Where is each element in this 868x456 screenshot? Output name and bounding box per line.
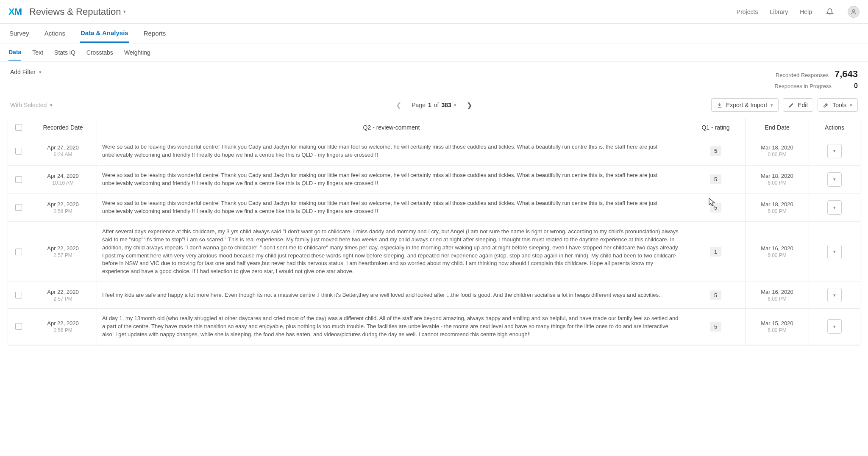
row-checkbox[interactable] [15, 249, 22, 255]
subtab-weighting[interactable]: Weighting [124, 46, 150, 60]
chevron-down-icon: ▾ [833, 205, 836, 210]
profile-avatar[interactable] [848, 6, 860, 18]
chevron-down-icon: ▾ [771, 102, 773, 108]
row-actions-button[interactable]: ▾ [827, 144, 842, 158]
edit-label: Edit [798, 102, 808, 108]
row-checkbox[interactable] [15, 176, 22, 183]
table-row: Apr 22, 20202:57 PMI feel my kids are sa… [8, 282, 860, 309]
top-links: Projects Library Help [737, 6, 860, 18]
chevron-down-icon: ▾ [833, 324, 836, 329]
page-next-button[interactable]: ❯ [467, 101, 472, 109]
tab-data-analysis[interactable]: Data & Analysis [80, 25, 129, 43]
chevron-down-icon: ▾ [39, 69, 42, 75]
table-row: Apr 22, 20202:58 PMWere so sad to be lea… [8, 193, 860, 222]
col-rating[interactable]: Q1 - rating [686, 118, 746, 137]
subtab-stats[interactable]: Stats iQ [54, 46, 75, 60]
tab-reports[interactable]: Reports [143, 25, 167, 42]
table-row: Apr 22, 20202:57 PMAfter several days ex… [8, 222, 860, 282]
library-link[interactable]: Library [770, 8, 788, 15]
end-date: Mar 18, 2020 [761, 144, 793, 151]
tools-button[interactable]: Tools ▾ [818, 98, 858, 112]
recorded-date: Apr 22, 2020 [47, 201, 78, 207]
tab-actions[interactable]: Actions [44, 25, 66, 42]
projects-link[interactable]: Projects [737, 8, 758, 15]
chevron-down-icon: ▾ [833, 249, 836, 254]
chevron-down-icon: ▾ [850, 102, 852, 108]
response-counts: Recorded Responses 7,643 Responses in Pr… [775, 69, 858, 92]
col-actions: Actions [809, 118, 860, 137]
subtab-data[interactable]: Data [8, 45, 21, 61]
export-label: Export & Import [726, 102, 767, 108]
tools-label: Tools [832, 102, 846, 108]
table-row: Apr 22, 20202:56 PMAt day 1, my 13month … [8, 309, 860, 345]
recorded-time: 10:16 AM [52, 180, 74, 186]
recorded-date: Apr 24, 2020 [47, 173, 78, 179]
edit-button[interactable]: Edit [783, 98, 813, 112]
progress-value: 0 [837, 82, 858, 90]
recorded-time: 2:58 PM [53, 208, 72, 214]
subtab-text[interactable]: Text [32, 46, 43, 60]
wrench-icon [823, 102, 829, 108]
review-comment: Were so sad to be leaving this wonderful… [102, 143, 681, 159]
col-comment[interactable]: Q2 - review-comment [97, 118, 686, 137]
pencil-icon [788, 102, 794, 108]
add-filter-label: Add Filter [10, 69, 36, 75]
with-selected-label: With Selected [10, 102, 47, 108]
chevron-down-icon: ▾ [833, 293, 836, 298]
end-time: 6:00 PM [768, 208, 787, 214]
page-indicator[interactable]: Page 1 of 383 ▾ [412, 102, 456, 108]
recorded-value: 7,643 [835, 69, 858, 80]
row-checkbox[interactable] [15, 204, 22, 211]
row-actions-button[interactable]: ▾ [827, 172, 842, 187]
review-comment: After several days experience at this ch… [102, 228, 681, 276]
end-date: Mar 15, 2020 [761, 320, 793, 326]
end-date: Mar 16, 2020 [761, 245, 793, 251]
recorded-label: Recorded Responses [776, 72, 829, 78]
chevron-down-icon: ▾ [833, 177, 836, 182]
page-prev-button[interactable]: ❮ [396, 101, 401, 109]
row-actions-button[interactable]: ▾ [827, 319, 842, 334]
rating-value: 5 [710, 146, 721, 156]
table-row: Apr 24, 202010:16 AMWere so sad to be le… [8, 166, 860, 194]
filter-row: Add Filter ▾ Recorded Responses 7,643 Re… [0, 62, 868, 95]
col-end-date[interactable]: End Date [746, 118, 809, 137]
export-import-button[interactable]: Export & Import ▾ [711, 98, 779, 112]
end-time: 6:00 PM [768, 180, 787, 186]
sub-tabs: Data Text Stats iQ Crosstabs Weighting [0, 44, 868, 62]
with-selected-dropdown[interactable]: With Selected ▾ [10, 102, 53, 108]
rating-value: 1 [710, 247, 721, 257]
table-toolbar: With Selected ▾ ❮ Page 1 of 383 ▾ ❯ Expo… [0, 95, 868, 118]
table-header: Recorded Date Q2 - review-comment Q1 - r… [8, 118, 860, 137]
row-checkbox[interactable] [15, 292, 22, 298]
recorded-time: 6:24 AM [53, 152, 72, 158]
subtab-crosstabs[interactable]: Crosstabs [86, 46, 113, 60]
bell-icon[interactable] [824, 6, 836, 18]
svg-point-0 [852, 9, 854, 11]
recorded-date: Apr 27, 2020 [47, 144, 78, 151]
app-switcher[interactable]: Reviews & Reputation ▾ [29, 6, 126, 17]
end-time: 6:00 PM [768, 152, 787, 158]
row-actions-button[interactable]: ▾ [827, 200, 842, 215]
select-all-checkbox[interactable] [15, 124, 22, 131]
col-recorded-date[interactable]: Recorded Date [29, 118, 97, 137]
rating-value: 5 [710, 322, 721, 332]
help-link[interactable]: Help [800, 8, 812, 15]
end-time: 6:00 PM [768, 296, 787, 302]
recorded-time: 2:57 PM [53, 252, 72, 258]
progress-label: Responses in Progress [775, 83, 832, 89]
add-filter-button[interactable]: Add Filter ▾ [10, 69, 42, 75]
end-date: Mar 18, 2020 [761, 201, 793, 207]
table-row: Apr 27, 20206:24 AMWere so sad to be lea… [8, 137, 860, 166]
tab-survey[interactable]: Survey [8, 25, 30, 42]
download-icon [717, 102, 723, 108]
row-actions-button[interactable]: ▾ [827, 245, 842, 259]
chevron-down-icon: ▾ [454, 102, 456, 108]
row-actions-button[interactable]: ▾ [827, 288, 842, 302]
row-checkbox[interactable] [15, 323, 22, 330]
recorded-date: Apr 22, 2020 [47, 289, 78, 295]
top-bar: XM Reviews & Reputation ▾ Projects Libra… [0, 0, 868, 24]
pagination: ❮ Page 1 of 383 ▾ ❯ [396, 101, 472, 109]
chevron-down-icon: ▾ [50, 102, 53, 108]
row-checkbox[interactable] [15, 148, 22, 155]
chevron-down-icon: ▾ [833, 148, 836, 154]
